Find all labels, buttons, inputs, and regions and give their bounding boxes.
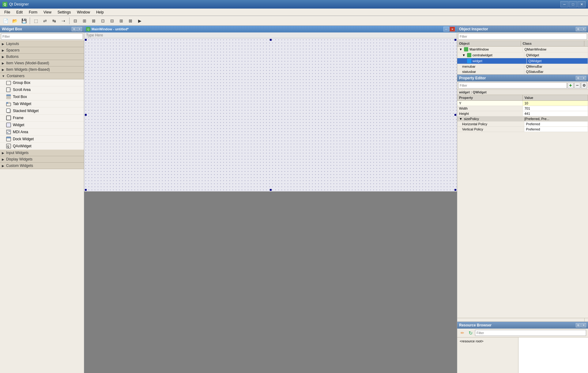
pe-row-width[interactable]: Width 701 xyxy=(457,106,588,111)
widget-box-float-button[interactable]: ⧉ xyxy=(72,27,77,31)
stacked-widget-label: Stacked Widget xyxy=(13,109,39,113)
pe-config-button[interactable]: ⚙ xyxy=(581,82,587,89)
resize-handle-bc[interactable] xyxy=(270,189,272,191)
menu-item-settings[interactable]: Settings xyxy=(55,9,74,16)
rb-float-button[interactable]: ⧉ xyxy=(576,323,581,327)
pe-add-button[interactable]: + xyxy=(567,82,574,89)
resize-handle-bl[interactable] xyxy=(85,189,87,191)
pe-cell-v-policy-value[interactable]: Preferred xyxy=(524,127,588,132)
pe-row-height[interactable]: Height 441 xyxy=(457,111,588,116)
designer-canvas[interactable] xyxy=(84,38,457,191)
widget-item-qaxwidget[interactable]: Q QAxWidget xyxy=(0,143,84,150)
menu-item-help[interactable]: Help xyxy=(93,9,107,16)
menu-item-view[interactable]: View xyxy=(40,9,55,16)
menu-item-form[interactable]: Form xyxy=(26,9,40,16)
preview-button[interactable]: ▶ xyxy=(135,17,144,25)
rb-resource-root[interactable]: <resource root> xyxy=(458,339,517,344)
category-buttons[interactable]: ▶ Buttons xyxy=(0,54,84,60)
layout-form-button[interactable]: ⊡ xyxy=(99,17,107,25)
pe-cell-y-value[interactable]: 10 xyxy=(523,101,588,106)
pe-cell-h-policy-value[interactable]: Preferred xyxy=(524,122,588,126)
pe-filter-input[interactable] xyxy=(458,82,567,89)
widget-box-title: Widget Box xyxy=(2,27,22,31)
category-spacers[interactable]: ▶ Spacers xyxy=(0,47,84,54)
resize-handle-mr[interactable] xyxy=(454,114,456,116)
widget-item-frame[interactable]: Frame xyxy=(0,115,84,122)
designer-minimize-button[interactable]: ─ xyxy=(443,27,449,32)
input-widgets-arrow: ▶ xyxy=(2,151,4,155)
group-box-label: Group Box xyxy=(13,81,30,85)
resize-handle-tc[interactable] xyxy=(270,39,272,41)
resize-handle-tl[interactable] xyxy=(85,39,87,41)
layout-h-button[interactable]: ⊟ xyxy=(71,17,80,25)
category-item-views[interactable]: ▶ Item Views (Model-Based) xyxy=(0,60,84,66)
pe-float-button[interactable]: ⧉ xyxy=(576,76,581,80)
oi-row-statusbar[interactable]: statusbar QStatusBar xyxy=(457,69,588,74)
oi-row-widget[interactable]: widget QWidget xyxy=(457,58,588,64)
layout-split-v-button[interactable]: ⊞ xyxy=(117,17,126,25)
category-input-widgets[interactable]: ▶ Input Widgets xyxy=(0,150,84,156)
pe-remove-button[interactable]: − xyxy=(574,82,580,89)
pe-row-y[interactable]: Y 10 xyxy=(457,101,588,106)
connect-button[interactable]: ⇄ xyxy=(41,17,49,25)
layout-v-button[interactable]: ⊞ xyxy=(80,17,89,25)
sizepolicy-expand[interactable]: ▼ xyxy=(459,117,463,121)
designer-close-button[interactable]: ✕ xyxy=(450,27,455,32)
centralwidget-expand[interactable]: ▼ xyxy=(462,53,466,57)
maximize-button[interactable]: □ xyxy=(569,1,577,7)
oi-close-button[interactable]: ✕ xyxy=(581,27,586,31)
pe-row-v-policy[interactable]: Vertical Policy Preferred xyxy=(457,127,588,132)
buddy-button[interactable]: ⇢ xyxy=(59,17,68,25)
save-button[interactable]: 💾 xyxy=(20,17,28,25)
oi-row-menubar[interactable]: menubar QMenuBar xyxy=(457,64,588,69)
widget-box-close-button[interactable]: ✕ xyxy=(77,27,82,31)
menu-bar: FileEditFormViewSettingsWindowHelp xyxy=(0,9,588,16)
rb-refresh-button[interactable]: ↻ xyxy=(467,330,474,336)
category-display-widgets[interactable]: ▶ Display Widgets xyxy=(0,156,84,163)
menu-item-window[interactable]: Window xyxy=(74,9,93,16)
category-item-widgets[interactable]: ▶ Item Widgets (Item-Based) xyxy=(0,66,84,73)
menubar-obj-label: menubar xyxy=(462,65,475,68)
widget-box-filter-input[interactable] xyxy=(1,33,83,40)
category-custom-widgets[interactable]: ▶ Custom Widgets xyxy=(0,163,84,169)
pe-close-button[interactable]: ✕ xyxy=(581,76,586,80)
widget-item-scroll-area[interactable]: Scroll Area xyxy=(0,86,84,93)
widget-item-tab-widget[interactable]: Tab Widget xyxy=(0,100,84,107)
resize-handle-tr[interactable] xyxy=(454,39,456,41)
pe-hscroll-track[interactable] xyxy=(457,318,584,322)
menu-item-edit[interactable]: Edit xyxy=(13,9,26,16)
pe-cell-width-value[interactable]: 701 xyxy=(523,106,588,111)
widget-item-group-box[interactable]: ab Group Box xyxy=(0,79,84,86)
layout-split-h-button[interactable]: ⊟ xyxy=(108,17,116,25)
oi-row-mainwindow[interactable]: ▼ MainWindow QMainWindow xyxy=(457,47,588,52)
resize-handle-br[interactable] xyxy=(454,189,456,191)
widget-item-widget[interactable]: Widget xyxy=(0,122,84,129)
oi-row-centralwidget[interactable]: ▼ centralwidget QWidget xyxy=(457,52,588,58)
minimize-button[interactable]: ─ xyxy=(560,1,568,7)
resize-handle-ml[interactable] xyxy=(85,114,87,116)
category-containers[interactable]: ▼ Containers xyxy=(0,73,84,79)
pe-cell-height-value[interactable]: 441 xyxy=(523,111,588,116)
widget-editor-button[interactable]: ⬚ xyxy=(32,17,40,25)
new-button[interactable]: 📄 xyxy=(1,17,10,25)
menu-item-file[interactable]: File xyxy=(1,9,13,16)
open-button[interactable]: 📂 xyxy=(10,17,19,25)
oi-filter-input[interactable] xyxy=(458,33,587,40)
pe-row-sizepolicy[interactable]: ▼ sizePolicy [Preferred, Pre... xyxy=(457,116,588,122)
oi-float-button[interactable]: ⧉ xyxy=(576,27,581,31)
close-button[interactable]: ✕ xyxy=(578,1,586,7)
rb-filter-input[interactable] xyxy=(475,330,586,336)
tab-order-button[interactable]: ↹ xyxy=(50,17,58,25)
widget-item-tool-box[interactable]: Tool Box xyxy=(0,93,84,100)
rb-edit-button[interactable]: ✏ xyxy=(459,330,466,336)
widget-item-mdi-area[interactable]: MDI Area xyxy=(0,129,84,136)
break-layout-button[interactable]: ⊠ xyxy=(126,17,135,25)
widget-item-dock-widget[interactable]: Dock Widget xyxy=(0,136,84,143)
rb-close-button[interactable]: ✕ xyxy=(581,323,586,327)
input-widgets-label: Input Widgets xyxy=(6,151,28,155)
layout-g-button[interactable]: ⊠ xyxy=(89,17,98,25)
mainwindow-expand[interactable]: ▼ xyxy=(459,47,463,51)
pe-row-h-policy[interactable]: Horizontal Policy Preferred xyxy=(457,122,588,127)
category-layouts[interactable]: ▶ Layouts xyxy=(0,41,84,47)
widget-item-stacked-widget[interactable]: Stacked Widget xyxy=(0,107,84,115)
